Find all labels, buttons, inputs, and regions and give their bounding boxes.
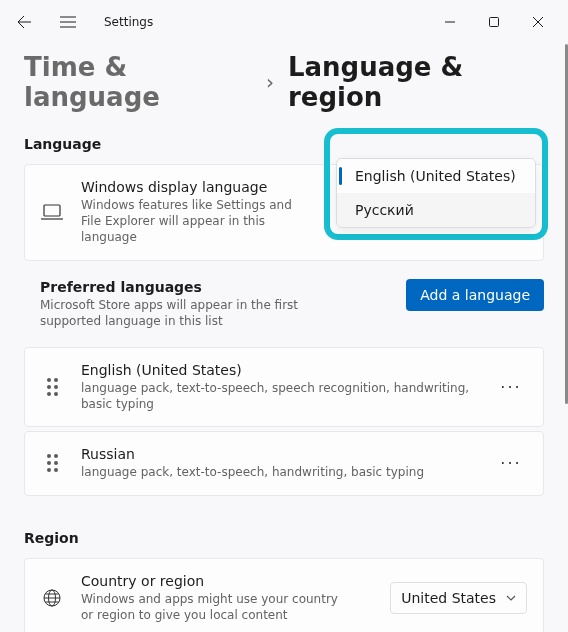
chevron-down-icon — [506, 595, 516, 601]
language-features: language pack, text-to-speech, speech re… — [81, 380, 477, 412]
laptop-icon — [41, 204, 63, 220]
language-item-russian[interactable]: Russian language pack, text-to-speech, h… — [24, 431, 544, 495]
maximize-button[interactable] — [472, 6, 516, 38]
breadcrumb-parent[interactable]: Time & language — [24, 52, 252, 112]
app-title: Settings — [104, 15, 153, 29]
more-options-button[interactable]: ··· — [495, 371, 527, 403]
country-region-select[interactable]: United States — [390, 582, 527, 614]
country-region-sub: Windows and apps might use your country … — [81, 591, 341, 623]
add-language-button[interactable]: Add a language — [406, 279, 544, 311]
more-options-button[interactable]: ··· — [495, 447, 527, 479]
country-region-title: Country or region — [81, 573, 372, 589]
dropdown-option-russian[interactable]: Русский — [337, 193, 535, 227]
breadcrumb-current: Language & region — [288, 52, 544, 112]
minimize-button[interactable] — [428, 6, 472, 38]
drag-handle-icon[interactable] — [41, 378, 63, 396]
preferred-languages-row: Preferred languages Microsoft Store apps… — [24, 265, 544, 335]
close-button[interactable] — [516, 6, 560, 38]
preferred-languages-sub: Microsoft Store apps will appear in the … — [40, 297, 340, 329]
section-region-label: Region — [0, 500, 568, 558]
svg-rect-0 — [490, 18, 499, 27]
display-language-dropdown[interactable]: English (United States) Русский — [336, 158, 536, 228]
language-name: Russian — [81, 446, 477, 462]
preferred-languages-title: Preferred languages — [40, 279, 394, 295]
nav-menu-button[interactable] — [52, 6, 84, 38]
language-item-english[interactable]: English (United States) language pack, t… — [24, 347, 544, 427]
chevron-right-icon: › — [266, 70, 274, 94]
dropdown-option-english[interactable]: English (United States) — [337, 159, 535, 193]
language-name: English (United States) — [81, 362, 477, 378]
titlebar: Settings — [0, 0, 568, 44]
display-language-dropdown-highlight: English (United States) Русский — [324, 128, 548, 240]
drag-handle-icon[interactable] — [41, 454, 63, 472]
back-button[interactable] — [8, 6, 40, 38]
country-region-card[interactable]: Country or region Windows and apps might… — [24, 558, 544, 633]
breadcrumb: Time & language › Language & region — [0, 44, 568, 128]
scrollbar[interactable] — [564, 44, 568, 632]
display-language-sub: Windows features like Settings and File … — [81, 197, 311, 246]
globe-icon — [41, 589, 63, 607]
svg-rect-1 — [44, 205, 60, 216]
language-features: language pack, text-to-speech, handwriti… — [81, 464, 477, 480]
